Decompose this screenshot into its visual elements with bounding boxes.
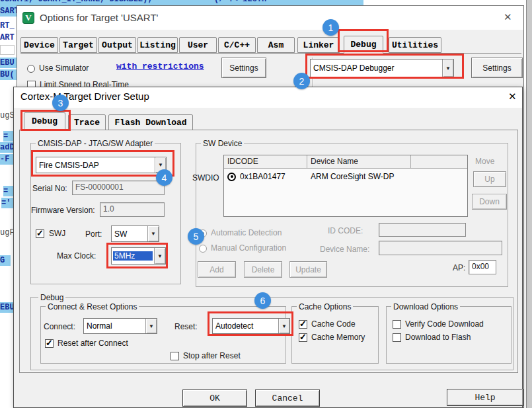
target-driver-setup-dialog: Cortex-M Target Driver Setup ✕ Debug Tra… — [13, 87, 523, 408]
debug-group-title: Debug — [38, 293, 65, 302]
move-up-button: Up — [473, 171, 506, 187]
id-code-label: ID CODE: — [328, 226, 363, 235]
cancel-button[interactable]: Cancel — [255, 389, 320, 407]
screen: USART1, USART_IT_RXNE, DISABLE); (/*!< i… — [0, 0, 532, 408]
tabstrip-divider — [20, 53, 521, 54]
with-restrictions-link[interactable]: with restrictions — [116, 61, 204, 71]
stop-after-reset-checkbox[interactable] — [171, 352, 179, 360]
idcode-cell: 0x1BA01477 — [224, 172, 307, 181]
cache-memory-checkbox[interactable] — [299, 333, 307, 342]
tab-output[interactable]: Output — [98, 37, 136, 53]
simulator-settings-button[interactable]: Settings — [221, 58, 266, 78]
tab-user[interactable]: User — [179, 37, 217, 53]
step-4-badge: 4 — [156, 169, 172, 186]
code-fragment: -F | — [0, 154, 13, 165]
tab-device[interactable]: Device — [20, 37, 58, 53]
code-fragment: ART — [0, 32, 17, 43]
tab-flash-download[interactable]: Flash Download — [108, 114, 193, 130]
manual-configuration-radio — [199, 245, 207, 253]
chevron-down-icon[interactable] — [278, 319, 289, 333]
cache-memory-label: Cache Memory — [311, 333, 365, 342]
chevron-down-icon[interactable] — [145, 319, 157, 333]
firmware-version-label: Firmware Version: — [31, 206, 95, 215]
idcode-radio[interactable] — [227, 173, 236, 181]
debugger-settings-button[interactable]: Settings — [471, 58, 523, 78]
swj-label: SWJ — [49, 229, 65, 238]
adapter-select-value: Fire CMSIS-DAP — [36, 161, 155, 170]
tab-utilities[interactable]: Utilities — [389, 37, 441, 53]
reset-label: Reset: — [174, 322, 198, 331]
sw-device-table: IDCODE Device Name 0x1BA01477 ARM CoreSi… — [223, 155, 468, 217]
reset-after-connect-label: Reset after Connect — [57, 339, 128, 348]
code-fragment: G — [0, 255, 11, 266]
ap-field[interactable]: 0x00 — [469, 260, 496, 274]
col-idcode: IDCODE — [224, 155, 307, 168]
col-blank — [411, 155, 467, 168]
firmware-version-field: 1.0 — [100, 202, 165, 217]
verify-code-download-checkbox[interactable] — [393, 320, 401, 329]
device-name-field — [379, 241, 502, 255]
connect-reset-group — [40, 306, 286, 364]
step-6-badge: 6 — [254, 292, 271, 309]
chevron-down-icon[interactable] — [442, 60, 453, 77]
max-clock-select-value: 5MHz — [113, 251, 153, 261]
reset-after-connect-checkbox[interactable] — [45, 339, 54, 348]
serial-no-label: Serial No: — [32, 184, 67, 193]
idcode-value: 0x1BA01477 — [240, 172, 285, 181]
tab-linker[interactable]: Linker — [297, 37, 340, 53]
max-clock-label: Max Clock: — [57, 251, 96, 261]
ok-button[interactable]: OK — [182, 389, 247, 407]
sw-device-group-title: SW Device — [201, 139, 244, 148]
help-button[interactable]: Help — [447, 389, 523, 406]
tab-listing[interactable]: Listing — [137, 37, 178, 53]
reset-select[interactable]: Autodetect — [212, 318, 290, 334]
code-fragment: adD — [0, 142, 13, 153]
chevron-down-icon[interactable] — [147, 226, 159, 241]
tab-trace[interactable]: Trace — [68, 114, 106, 130]
swj-checkbox[interactable] — [36, 229, 44, 238]
max-clock-select[interactable]: 5MHz — [111, 247, 166, 265]
editor-scrollbar[interactable] — [526, 0, 532, 408]
adapter-select[interactable]: Fire CMSIS-DAP — [36, 157, 167, 173]
code-fragment: =' — [1, 198, 13, 208]
code-fragment: BU( — [0, 69, 17, 80]
reset-select-value: Autodetect — [213, 321, 278, 331]
close-icon[interactable]: ✕ — [508, 91, 517, 102]
port-select-value: SW — [112, 229, 147, 239]
debugger-select[interactable]: CMSIS-DAP Debugger — [310, 59, 454, 77]
sw-device-row[interactable]: 0x1BA01477 ARM CoreSight SW-DP — [224, 169, 467, 184]
tab-debug-inner[interactable]: Debug — [24, 112, 65, 130]
tab-target[interactable]: Target — [59, 37, 97, 53]
device-name-cell: ARM CoreSight SW-DP — [307, 172, 397, 181]
download-to-flash-checkbox[interactable] — [393, 333, 401, 342]
code-fragment: = — [3, 131, 13, 142]
code-fragment — [0, 45, 15, 55]
id-code-field — [379, 223, 466, 237]
step-2-badge: 2 — [293, 73, 310, 89]
chevron-down-icon[interactable] — [154, 248, 165, 264]
tab-asm[interactable]: Asm — [257, 37, 295, 53]
close-icon[interactable]: ✕ — [504, 11, 512, 23]
move-label: Move — [475, 157, 494, 166]
outer-dialog-title: Options for Target 'USART' — [40, 12, 158, 23]
use-simulator-radio[interactable] — [27, 65, 35, 73]
connect-reset-group-title: Connect & Reset Options — [46, 302, 139, 311]
tab-c-cpp[interactable]: C/C++ — [218, 37, 256, 53]
connect-select[interactable]: Normal — [83, 318, 157, 334]
sw-device-table-header: IDCODE Device Name — [224, 155, 467, 169]
tab-debug[interactable]: Debug — [344, 36, 383, 54]
download-options-title: Download Options — [391, 302, 460, 311]
verify-code-download-label: Verify Code Download — [405, 319, 484, 329]
inner-titlebar: Cortex-M Target Driver Setup ✕ — [14, 87, 522, 108]
port-select[interactable]: SW — [111, 225, 159, 242]
automatic-detection-label: Automatic Detection — [211, 228, 282, 237]
col-device-name: Device Name — [307, 155, 411, 168]
stop-after-reset-label: Stop after Reset — [183, 351, 241, 360]
connect-select-value: Normal — [84, 321, 145, 331]
code-fragment: EBU — [0, 58, 17, 68]
keil-app-icon: V — [22, 12, 34, 24]
port-label: Port: — [85, 229, 102, 239]
cache-code-checkbox[interactable] — [299, 320, 307, 329]
ap-label: AP: — [453, 263, 465, 272]
manual-configuration-label: Manual Configuration — [211, 243, 286, 253]
